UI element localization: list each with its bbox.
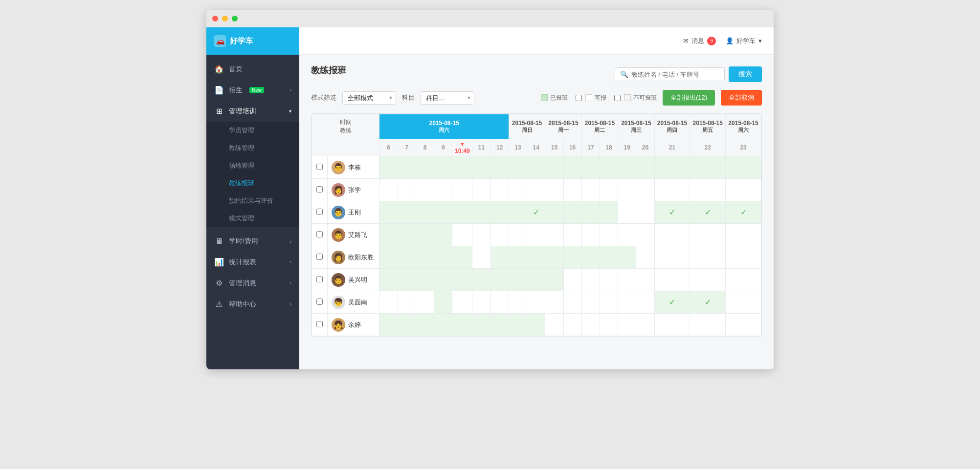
schedule-cell-5-2[interactable] [416,269,434,291]
legend-available-check[interactable] [576,95,582,101]
schedule-cell-7-4[interactable] [452,314,472,336]
schedule-cell-1-17[interactable] [726,179,761,201]
schedule-cell-2-13[interactable] [618,201,636,224]
schedule-cell-2-15[interactable]: ✓ [654,201,690,224]
schedule-cell-0-0[interactable] [379,156,398,179]
schedule-cell-7-8[interactable] [527,314,545,336]
schedule-cell-2-14[interactable] [636,201,654,224]
schedule-cell-2-0[interactable] [379,201,398,224]
schedule-cell-1-5[interactable] [472,179,490,201]
sidebar-item-stats[interactable]: 📊 统计报表 › [206,252,299,273]
schedule-cell-3-0[interactable] [379,224,398,246]
schedule-cell-7-2[interactable] [416,314,434,336]
coach-checkbox-4[interactable] [316,254,323,260]
report-all-button[interactable]: 全部报班(12) [663,90,715,106]
schedule-cell-1-6[interactable] [490,179,509,201]
schedule-cell-7-17[interactable] [726,314,761,336]
schedule-cell-4-17[interactable] [726,246,761,269]
sidebar-item-student-manage[interactable]: 学员管理 [206,122,299,139]
schedule-cell-1-10[interactable] [563,179,581,201]
schedule-cell-3-7[interactable] [509,224,527,246]
schedule-cell-3-8[interactable] [527,224,545,246]
maximize-btn[interactable] [232,16,238,21]
schedule-cell-6-4[interactable] [452,291,472,314]
schedule-cell-4-16[interactable] [690,246,726,269]
schedule-cell-7-1[interactable] [398,314,416,336]
schedule-cell-5-16[interactable] [690,269,726,291]
coach-checkbox-1[interactable] [316,186,323,192]
schedule-cell-5-1[interactable] [398,269,416,291]
schedule-cell-0-12[interactable] [600,156,618,179]
schedule-cell-6-10[interactable] [563,291,581,314]
schedule-cell-6-0[interactable] [379,291,398,314]
schedule-cell-1-15[interactable] [654,179,690,201]
schedule-cell-4-14[interactable] [636,246,654,269]
schedule-cell-5-17[interactable] [726,269,761,291]
schedule-cell-5-12[interactable] [600,269,618,291]
schedule-cell-5-10[interactable] [563,269,581,291]
sidebar-item-home[interactable]: 🏠 首页 [206,59,299,80]
sidebar-item-coach-schedule[interactable]: 教练报班 [206,174,299,192]
schedule-cell-0-1[interactable] [398,156,416,179]
sidebar-item-recruit[interactable]: 📄 招生 New › [206,80,299,101]
schedule-cell-1-12[interactable] [600,179,618,201]
schedule-cell-2-17[interactable]: ✓ [726,201,761,224]
schedule-cell-1-3[interactable] [434,179,452,201]
coach-checkbox-2[interactable] [316,209,323,215]
coach-checkbox-6[interactable] [316,298,323,305]
schedule-cell-5-11[interactable] [581,269,600,291]
cancel-all-button[interactable]: 全部取消 [721,90,762,106]
schedule-cell-3-10[interactable] [563,224,581,246]
sidebar-item-mode-manage[interactable]: 模式管理 [206,210,299,227]
sidebar-item-coach-manage[interactable]: 教练管理 [206,139,299,157]
schedule-cell-5-14[interactable] [636,269,654,291]
schedule-cell-3-3[interactable] [434,224,452,246]
topbar-messages[interactable]: ✉ 消息 9 [683,37,716,45]
legend-unavailable[interactable]: 不可报班 [614,94,657,102]
schedule-cell-6-11[interactable] [581,291,600,314]
schedule-cell-2-10[interactable] [563,201,581,224]
schedule-cell-0-6[interactable] [490,156,509,179]
close-btn[interactable] [212,16,218,21]
schedule-cell-7-3[interactable] [434,314,452,336]
search-box[interactable]: 🔍 [615,67,725,81]
schedule-cell-1-13[interactable] [618,179,636,201]
schedule-cell-7-16[interactable] [690,314,726,336]
schedule-cell-0-5[interactable] [472,156,490,179]
schedule-cell-2-9[interactable] [545,201,563,224]
schedule-cell-3-12[interactable] [600,224,618,246]
schedule-cell-5-15[interactable] [654,269,690,291]
schedule-cell-3-14[interactable] [636,224,654,246]
sidebar-item-manage-msg[interactable]: ⚙ 管理消息 › [206,273,299,294]
schedule-cell-1-7[interactable] [509,179,527,201]
schedule-cell-7-9[interactable] [545,314,563,336]
schedule-cell-0-7[interactable] [509,156,527,179]
schedule-cell-2-6[interactable] [490,201,509,224]
schedule-cell-1-14[interactable] [636,179,654,201]
schedule-cell-1-9[interactable] [545,179,563,201]
schedule-cell-3-17[interactable] [726,224,761,246]
coach-checkbox-5[interactable] [316,276,323,282]
schedule-cell-4-3[interactable] [434,246,452,269]
schedule-cell-2-7[interactable] [509,201,527,224]
schedule-cell-7-14[interactable] [636,314,654,336]
schedule-cell-1-16[interactable] [690,179,726,201]
schedule-cell-7-0[interactable] [379,314,398,336]
schedule-cell-7-11[interactable] [581,314,600,336]
schedule-cell-1-4[interactable] [452,179,472,201]
schedule-cell-3-4[interactable] [452,224,472,246]
schedule-cell-0-14[interactable] [636,156,654,179]
schedule-cell-6-12[interactable] [600,291,618,314]
schedule-cell-0-11[interactable] [581,156,600,179]
coach-checkbox-3[interactable] [316,231,323,237]
schedule-cell-4-15[interactable] [654,246,690,269]
schedule-cell-6-15[interactable]: ✓ [654,291,690,314]
schedule-cell-5-13[interactable] [618,269,636,291]
topbar-user[interactable]: 👤 好学车 ▾ [726,37,762,45]
search-button[interactable]: 搜索 [729,66,762,82]
schedule-cell-4-5[interactable] [472,246,490,269]
schedule-cell-0-3[interactable] [434,156,452,179]
schedule-cell-1-0[interactable] [379,179,398,201]
schedule-cell-6-1[interactable] [398,291,416,314]
coach-checkbox-0[interactable] [316,164,323,170]
